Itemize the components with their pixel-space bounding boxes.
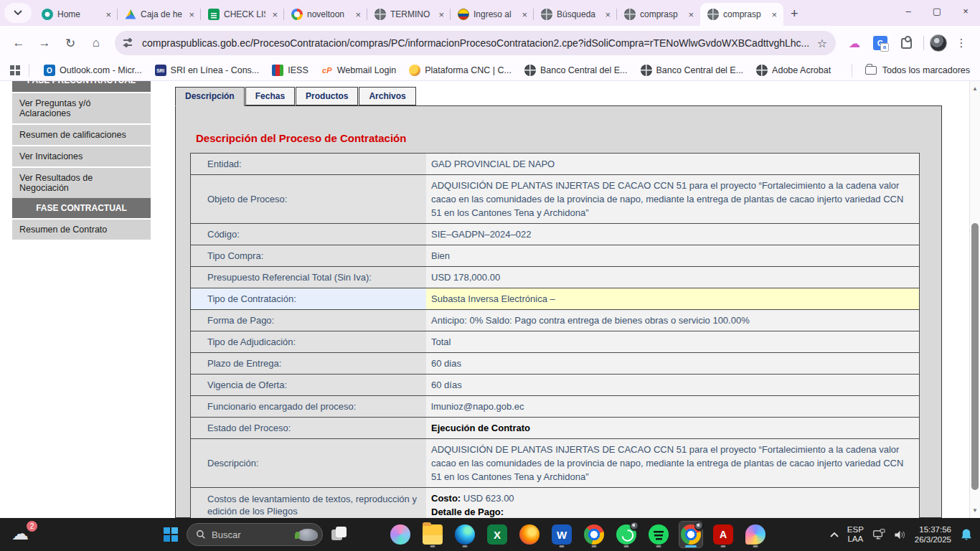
running-indicator <box>753 545 758 547</box>
value-segment: ADQUISICIÓN DE PLANTAS INJERTAS DE CACAO… <box>431 444 903 482</box>
explorer-icon <box>423 524 443 545</box>
tab-close-icon[interactable]: × <box>353 9 363 20</box>
row-label: Estado del Proceso: <box>191 418 426 438</box>
tab-close-icon[interactable]: × <box>436 9 446 20</box>
scroll-down-arrow[interactable]: ▼ <box>970 507 980 514</box>
folder-icon <box>865 66 877 75</box>
tab-productos[interactable]: Productos <box>296 87 358 105</box>
minimize-button[interactable]: – <box>894 0 923 22</box>
bookmark-label: Banco Central del E... <box>656 65 744 75</box>
notification-bell-icon[interactable] <box>960 528 973 541</box>
url-bar[interactable]: compraspublicas.gob.ec/ProcesoContrataci… <box>115 31 836 55</box>
sidebar-item[interactable]: Resumen de Contrato <box>12 218 151 240</box>
globe-favicon-icon <box>541 9 552 20</box>
apps-grid-icon[interactable] <box>10 65 20 75</box>
table-row: Forma de Pago:Anticipo: 0% Saldo: Pago c… <box>191 310 919 331</box>
taskbar-icon-chrome[interactable] <box>583 522 606 547</box>
bookmark-item-3[interactable]: cPWebmail Login <box>316 62 402 79</box>
tray-chevron-icon[interactable] <box>830 529 839 540</box>
forward-button[interactable]: → <box>33 32 56 55</box>
extensions-puzzle-icon[interactable] <box>895 32 918 55</box>
row-label: Presupuesto Referencial Total (Sin Iva): <box>191 267 426 288</box>
bookmark-star-icon[interactable]: ☆ <box>817 37 827 50</box>
browser-tab-7[interactable]: comprasp× <box>617 3 700 26</box>
tab-search-button[interactable] <box>4 3 32 23</box>
bookmark-item-5[interactable]: Banco Central del E... <box>519 62 633 79</box>
taskbar-icon-whatsapp[interactable] <box>615 522 638 547</box>
speaker-icon[interactable] <box>894 529 906 540</box>
scrollbar-thumb[interactable] <box>971 223 979 490</box>
translate-icon[interactable]: G <box>869 32 892 55</box>
tab-close-icon[interactable]: × <box>769 9 779 20</box>
maximize-button[interactable]: ▢ <box>923 0 951 22</box>
taskbar-icon-firefox[interactable] <box>518 522 541 547</box>
sidebar-item[interactable]: Resumen de calificaciones <box>12 123 151 145</box>
tab-close-icon[interactable]: × <box>519 9 529 20</box>
browser-tab-6[interactable]: Búsqueda× <box>534 3 617 26</box>
table-row: Tipo de Adjudicación:Total <box>191 331 919 353</box>
bookmarks-divider <box>29 64 29 77</box>
reload-button[interactable]: ↻ <box>59 32 82 55</box>
tab-descripción[interactable]: Descripción <box>175 87 245 106</box>
network-icon[interactable] <box>872 529 885 540</box>
taskbar-icon-spotify[interactable] <box>647 522 670 547</box>
row-label: Entidad: <box>191 154 426 174</box>
tab-close-icon[interactable]: × <box>187 9 197 20</box>
bookmark-item-0[interactable]: OOutlook.com - Micr... <box>38 62 148 79</box>
browser-tab-8[interactable]: comprasp× <box>700 3 783 26</box>
clock[interactable]: 15:37:5626/3/2025 <box>915 524 951 545</box>
browser-tab-1[interactable]: Caja de he× <box>118 3 201 26</box>
extension-cloud-icon[interactable]: ☁ <box>843 32 866 55</box>
taskbar-search[interactable]: Buscar <box>187 523 323 546</box>
start-button[interactable] <box>164 527 178 542</box>
home-button[interactable]: ⌂ <box>85 32 108 55</box>
close-button[interactable]: × <box>951 0 980 22</box>
taskbar-icon-acrobat[interactable]: A <box>712 522 735 547</box>
profile-avatar[interactable] <box>930 34 947 52</box>
tab-close-icon[interactable]: × <box>103 9 113 20</box>
task-view-button[interactable] <box>331 527 347 542</box>
bookmark-item-4[interactable]: Plataforma CNC | C... <box>403 62 517 79</box>
scroll-up-arrow[interactable]: ▲ <box>970 85 980 92</box>
tab-close-icon[interactable]: × <box>686 9 696 20</box>
row-value: Subasta Inversa Electrónica – <box>426 288 919 309</box>
page-scrollbar[interactable]: ▲ ▼ <box>969 81 980 518</box>
url-text[interactable]: compraspublicas.gob.ec/ProcesoContrataci… <box>142 37 810 49</box>
sidebar-item[interactable]: Ver Invitaciones <box>12 145 151 166</box>
tab-close-icon[interactable]: × <box>270 9 280 20</box>
tab-archivos[interactable]: Archivos <box>359 87 415 105</box>
sidebar-item[interactable]: Ver Preguntas y/ó Aclaraciones <box>12 92 151 123</box>
browser-tab-4[interactable]: TERMINO× <box>367 3 451 26</box>
taskbar-icon-copilot[interactable] <box>389 522 412 547</box>
browser-tab-3[interactable]: noveltoon× <box>284 3 367 26</box>
word-icon: W <box>552 524 572 545</box>
row-label: Costos de levantamiento de textos, repro… <box>191 488 426 518</box>
bookmark-item-2[interactable]: IESS <box>266 62 314 79</box>
taskbar-icon-edge[interactable] <box>453 522 476 547</box>
taskbar-icon-explorer[interactable] <box>421 522 444 547</box>
browser-tab-0[interactable]: Home× <box>34 3 118 26</box>
taskbar-icon-excel[interactable]: X <box>486 522 509 547</box>
new-tab-button[interactable]: + <box>783 6 806 26</box>
table-row: Estado del Proceso:Ejecución de Contrato <box>191 418 919 439</box>
taskbar-icon-word[interactable]: W <box>550 522 573 547</box>
browser-tab-2[interactable]: CHECK LIS× <box>201 3 284 26</box>
bookmark-item-1[interactable]: SRISRI en Línea - Cons... <box>149 62 265 79</box>
site-info-icon[interactable] <box>123 38 135 48</box>
bookmark-item-6[interactable]: Banco Central del E... <box>635 62 750 79</box>
tab-close-icon[interactable]: × <box>603 9 613 20</box>
value-line: Bien <box>431 249 912 263</box>
bookmark-item-7[interactable]: Adobe Acrobat <box>750 62 837 79</box>
tab-fechas[interactable]: Fechas <box>245 87 295 105</box>
browser-tab-5[interactable]: Ingreso al× <box>451 3 534 26</box>
excel-icon: X <box>487 524 507 545</box>
sidebar-item[interactable]: Ver Resultados de Negociación <box>12 166 151 198</box>
taskbar-icon-drop[interactable] <box>744 522 767 547</box>
weather-widget[interactable]: ☁ 2 <box>11 523 36 545</box>
taskbar-icon-chrome[interactable] <box>679 522 702 547</box>
all-bookmarks-button[interactable]: Todos los marcadores <box>882 65 970 75</box>
profile-overlay-avatar <box>694 522 704 531</box>
back-button[interactable]: ← <box>7 32 30 55</box>
browser-menu-button[interactable]: ⋮ <box>950 32 973 55</box>
language-indicator[interactable]: ESPLAA <box>847 525 864 544</box>
